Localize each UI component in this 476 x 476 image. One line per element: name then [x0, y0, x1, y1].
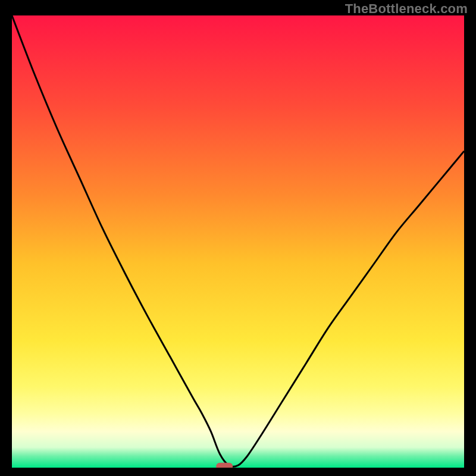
- chart-plot-area: [12, 15, 464, 468]
- optimal-point-marker: [216, 463, 233, 468]
- chart-frame: TheBottleneck.com: [0, 0, 476, 476]
- watermark-label: TheBottleneck.com: [345, 1, 468, 17]
- chart-svg: [12, 15, 464, 468]
- gradient-background: [12, 15, 464, 468]
